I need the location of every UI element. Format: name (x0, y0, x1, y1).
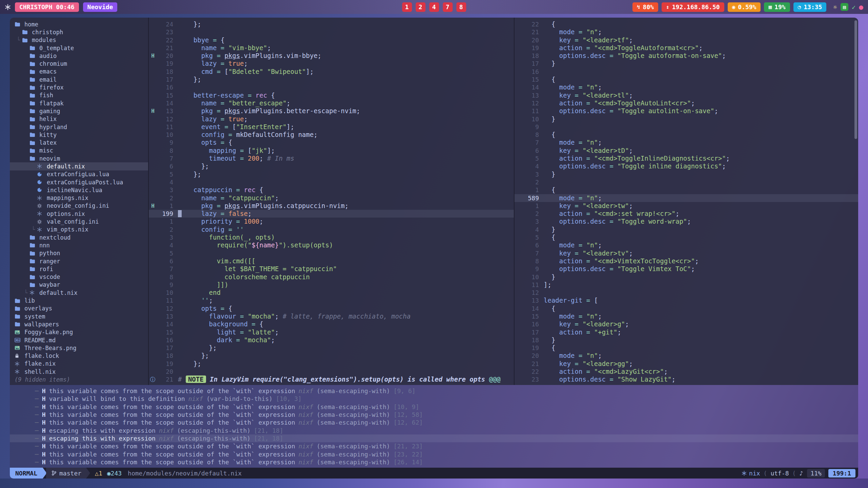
code-line[interactable]: 20 (149, 368, 514, 375)
tree-item-audio[interactable]: audio (10, 52, 148, 60)
code-line[interactable]: 21 mode = "n"; (514, 28, 858, 36)
code-line[interactable]: 2 action = "<cmd>:set wrap!<cr>"; (514, 210, 858, 218)
code-line[interactable]: 4 (149, 178, 514, 186)
tree-item-home[interactable]: home (10, 20, 148, 28)
tree-item-kitty[interactable]: kitty (10, 131, 148, 139)
code-line[interactable]: 19 { (514, 344, 858, 352)
code-line[interactable]: 19 }; (149, 360, 514, 368)
code-line[interactable]: 18 options.desc = "Toggle autoformat-on-… (514, 52, 858, 60)
tab-4[interactable]: 4 (429, 2, 439, 12)
code-line[interactable]: 19 lazy = true; (149, 60, 514, 67)
code-line[interactable]: H20 pkg = pkgs.vimPlugins.vim-bbye; (149, 52, 514, 60)
code-line[interactable]: 19 action = "<cmd>ToggleAutoformat<cr>"; (514, 44, 858, 52)
tree-item-neovide-config-ini[interactable]: neovide_config.ini (10, 202, 148, 210)
code-line[interactable]: 20 mode = "n"; (514, 352, 858, 360)
tree-item-rofi[interactable]: rofi (10, 265, 148, 273)
code-line[interactable]: 5 (149, 249, 514, 257)
code-line[interactable]: 12 action = "<cmd>ToggleAutoLint<cr>"; (514, 99, 858, 107)
tree-item-lib[interactable]: lib (10, 297, 148, 304)
code-line[interactable]: 21 name = "vim-bbye"; (149, 44, 514, 52)
code-line[interactable]: 9 options.desc = "Toggle Vimtex ToC"; (514, 265, 858, 273)
tree-item-neovim[interactable]: neovim (10, 155, 148, 162)
code-line[interactable]: 9 opts = { (149, 139, 514, 146)
code-line[interactable]: 22 { (514, 20, 858, 28)
code-line[interactable]: 1 key = "<leader>tw"; (514, 202, 858, 210)
code-line[interactable]: 4 require("${name}").setup(opts) (149, 241, 514, 249)
tab-2[interactable]: 2 (416, 2, 425, 12)
code-line[interactable]: 5 action = "<cmd>ToggleInlineDiagnostics… (514, 155, 858, 162)
code-line[interactable]: 199 lazy = false; (149, 210, 514, 218)
code-line[interactable]: 8 colorscheme catppuccin (149, 273, 514, 281)
tree-item-flatpak[interactable]: flatpak (10, 99, 148, 107)
brightness-icon[interactable]: ☼ (833, 3, 837, 11)
code-line[interactable]: 5 { (514, 233, 858, 241)
tree-item-vale-config-ini[interactable]: vale_config.ini (10, 218, 148, 225)
code-line[interactable]: 589 mode = "n"; (514, 194, 858, 202)
code-line[interactable]: H1 pkg = pkgs.vimPlugins.catppuccin-nvim… (149, 202, 514, 210)
diagnostic-row[interactable]: ─Hescaping this with expressionnixf(esca… (10, 426, 858, 434)
tree-item-readme-md[interactable]: README.md (10, 336, 148, 344)
tree-item-shell-nix[interactable]: shell.nix (10, 368, 148, 375)
tree-item-default-nix[interactable]: └default.nix (10, 289, 148, 297)
code-line[interactable]: 17 } (514, 60, 858, 67)
code-line[interactable]: 13leader-git = [ (514, 297, 858, 304)
tree-item-modules[interactable]: └modules (10, 36, 148, 44)
code-line[interactable]: 6 key = "<leader>tD"; (514, 147, 858, 155)
tree-item-three-bears-png[interactable]: Three-Bears.png (10, 344, 148, 352)
code-line[interactable]: 22 bbye = { (149, 36, 514, 44)
tree-item-extraconfiglua-lua[interactable]: extraConfigLua.lua (10, 170, 148, 178)
code-line[interactable]: 16 key = "<leader>g"; (514, 320, 858, 328)
diagnostic-row[interactable]: ─Hthis variable comes from the scope out… (10, 458, 858, 466)
code-line[interactable]: 6 mode = "n"; (514, 241, 858, 249)
code-line[interactable]: 10 end (149, 289, 514, 297)
code-line[interactable]: 13 flavour = "mocha"; # latte, frappe, m… (149, 312, 514, 320)
code-line[interactable]: 14 background = { (149, 320, 514, 328)
tree-item-inclinenavic-lua[interactable]: inclineNavic.lua (10, 186, 148, 194)
tree-item-system[interactable]: system (10, 312, 148, 320)
code-line[interactable]: 16 dark = "mocha"; (149, 336, 514, 344)
git-branch[interactable]: master (46, 468, 86, 479)
code-line[interactable]: 24 }; (149, 20, 514, 28)
tree-item-foggy-lake-png[interactable]: Foggy-Lake.png (10, 328, 148, 336)
session-badge[interactable]: CHRISTOPH 00:46 (15, 2, 79, 12)
tree-item-hyprland[interactable]: hyprland (10, 123, 148, 131)
code-line[interactable]: 16 (149, 83, 514, 91)
code-line[interactable]: 3 catppuccin = rec { (149, 186, 514, 194)
code-line[interactable]: 7 key = "<leader>tv"; (514, 249, 858, 257)
code-line[interactable]: 10 config = mkDefaultConfig name; (149, 131, 514, 139)
code-line[interactable]: 14 { (514, 305, 858, 312)
tree-item-waybar[interactable]: waybar (10, 281, 148, 289)
code-line[interactable]: 20 key = "<leader>tf"; (514, 36, 858, 44)
diagnostic-row[interactable]: ─Hthis variable comes from the scope out… (10, 387, 858, 395)
code-line[interactable]: 12 (514, 289, 858, 297)
code-line[interactable]: 7 timeout = 200; # In ms (149, 155, 514, 162)
tree-item-mappings-nix[interactable]: mappings.nix (10, 194, 148, 202)
tree-item-misc[interactable]: misc (10, 147, 148, 155)
code-line[interactable]: 3 options.desc = "Toggle word-wrap"; (514, 218, 858, 225)
code-line[interactable]: 15 mode = "n"; (514, 312, 858, 320)
tree-item-overlays[interactable]: overlays (10, 305, 148, 312)
code-line[interactable]: 1 { (514, 186, 858, 194)
code-line[interactable]: 6 vim.cmd([[ (149, 257, 514, 265)
check-icon[interactable]: ✓ (852, 3, 855, 11)
code-line[interactable]: 15 { (514, 76, 858, 83)
code-line[interactable]: 12 opts = { (149, 305, 514, 312)
code-line[interactable]: 23 (149, 28, 514, 36)
tree-item-nnn[interactable]: nnn (10, 241, 148, 249)
tree-item-default-nix[interactable]: default.nix (10, 162, 148, 170)
code-line[interactable]: 11 ''; (149, 297, 514, 304)
diagnostic-counts[interactable]: △1 ◉243 (95, 470, 122, 477)
code-line[interactable]: 4 options.desc = "Toggle inline diagnost… (514, 162, 858, 170)
code-line[interactable]: 2 (514, 178, 858, 186)
code-line[interactable]: 16 (514, 68, 858, 76)
code-line[interactable]: 9 (514, 123, 858, 131)
tree-item-python[interactable]: python (10, 249, 148, 257)
code-line[interactable]: 13 key = "<leader>tl"; (514, 92, 858, 99)
tree-item-9-hidden-items[interactable]: (9 hidden items) (10, 375, 148, 383)
tree-item-latex[interactable]: latex (10, 139, 148, 146)
tree-item-email[interactable]: email (10, 76, 148, 83)
code-line[interactable]: 14 mode = "n"; (514, 83, 858, 91)
code-line[interactable]: 7 let $BAT_THEME = "catppuccin" (149, 265, 514, 273)
tree-item-0-template[interactable]: 0_template (10, 44, 148, 52)
tree-item-vscode[interactable]: vscode (10, 273, 148, 281)
